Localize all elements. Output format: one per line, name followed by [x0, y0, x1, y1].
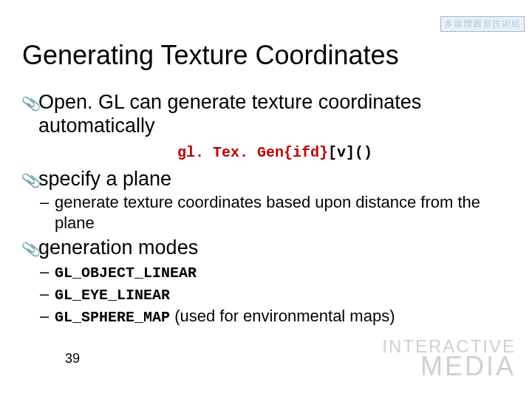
page-number: 39	[65, 351, 80, 366]
bullet-item: 📎 generation modes GL_OBJECT_LINEAR GL_E…	[38, 236, 511, 326]
sub-item: GL_OBJECT_LINEAR	[55, 262, 511, 282]
function-signature: gl. Tex. Gen{ifd}[v]()	[38, 144, 511, 161]
bullet-item: 📎 specify a plane generate texture coord…	[38, 167, 511, 233]
bullet-text: Open. GL can generate texture coordinate…	[38, 90, 511, 138]
function-name: gl. Tex. Gen{ifd}	[177, 144, 328, 161]
mode-annotation: (used for environmental maps)	[170, 307, 395, 325]
code-line: gl. Tex. Gen{ifd}[v]()	[38, 144, 511, 161]
slide: 多媒體圖形技術組 Generating Texture Coordinates …	[0, 0, 532, 399]
function-args: [v]()	[328, 144, 372, 161]
bullet-list: 📎 Open. GL can generate texture coordina…	[21, 90, 511, 327]
mode-constant: GL_EYE_LINEAR	[55, 287, 170, 304]
bullet-text: specify a plane	[38, 167, 511, 191]
course-badge: 多媒體圖形技術組	[440, 16, 525, 32]
sub-item: GL_SPHERE_MAP (used for environmental ma…	[55, 306, 511, 327]
sub-item: GL_EYE_LINEAR	[55, 284, 511, 304]
mode-constant: GL_SPHERE_MAP	[55, 309, 170, 326]
sub-list: GL_OBJECT_LINEAR GL_EYE_LINEAR GL_SPHERE…	[38, 262, 511, 327]
bullet-text: generation modes	[38, 236, 511, 259]
paperclip-icon: 📎	[21, 93, 42, 114]
paperclip-icon: 📎	[21, 170, 42, 191]
slide-title: Generating Texture Coordinates	[22, 40, 511, 71]
sub-item: generate texture coordinates based upon …	[55, 192, 511, 233]
logo-line2: MEDIA	[382, 355, 516, 378]
mode-constant: GL_OBJECT_LINEAR	[55, 265, 197, 282]
sub-list: generate texture coordinates based upon …	[38, 192, 511, 233]
paperclip-icon: 📎	[21, 239, 42, 259]
bullet-item: 📎 Open. GL can generate texture coordina…	[38, 90, 511, 138]
logo-interactive-media: INTERACTIVE MEDIA	[382, 338, 516, 378]
